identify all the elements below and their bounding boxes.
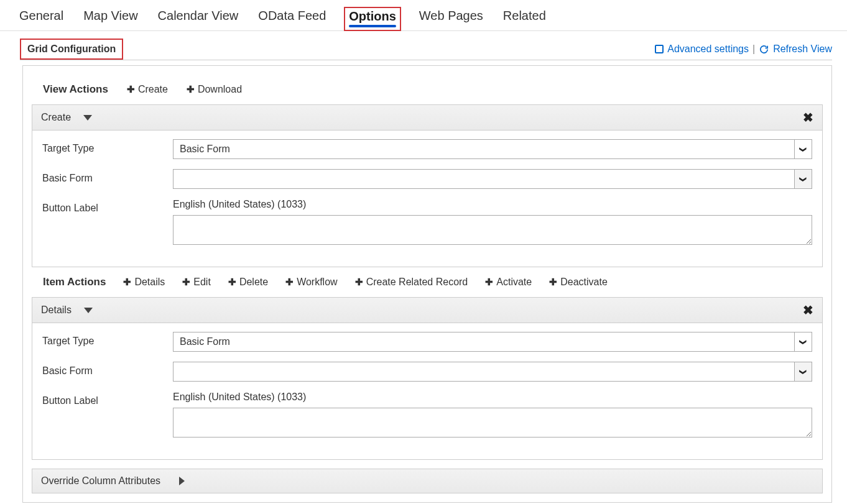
tab-general[interactable]: General bbox=[17, 6, 65, 30]
link-refresh-view-label: Refresh View bbox=[773, 44, 832, 55]
card-title: Create bbox=[41, 112, 71, 123]
item-action-add-deactivate[interactable]: ✚Deactivate bbox=[549, 277, 608, 288]
view-action-add-create[interactable]: ✚ Create bbox=[127, 84, 168, 95]
maximize-icon bbox=[655, 45, 664, 53]
lookup-input[interactable] bbox=[174, 170, 794, 188]
tab-options[interactable]: Options bbox=[344, 7, 401, 31]
plus-icon: ✚ bbox=[285, 277, 294, 288]
plus-icon: ✚ bbox=[187, 84, 195, 95]
label: Details bbox=[134, 277, 165, 288]
lookup-basic-form[interactable]: ❯ bbox=[173, 362, 812, 382]
label: Workflow bbox=[297, 277, 338, 288]
label: Override Column Attributes bbox=[41, 475, 160, 487]
chevron-down-icon: ❯ bbox=[799, 339, 807, 345]
label: Download bbox=[198, 84, 242, 95]
item-action-add-edit[interactable]: ✚Edit bbox=[182, 277, 211, 288]
link-advanced-settings[interactable]: Advanced settings bbox=[655, 44, 749, 55]
item-action-add-activate[interactable]: ✚Activate bbox=[485, 277, 532, 288]
select-target-type[interactable]: Basic Form ❯ bbox=[173, 139, 812, 159]
chevron-down-icon: ❯ bbox=[799, 176, 807, 182]
tab-related[interactable]: Related bbox=[501, 6, 548, 30]
dropdown-button[interactable]: ❯ bbox=[794, 140, 812, 158]
lookup-dropdown-button[interactable]: ❯ bbox=[794, 362, 812, 381]
label: Create Related Record bbox=[366, 277, 468, 288]
chevron-right-icon bbox=[179, 477, 185, 485]
select-target-type[interactable]: Basic Form ❯ bbox=[173, 332, 812, 352]
label-basic-form: Basic Form bbox=[42, 362, 173, 377]
lookup-dropdown-button[interactable]: ❯ bbox=[794, 170, 812, 188]
view-action-card-create: Create ✖ Target Type Basic Form ❯ B bbox=[32, 104, 823, 267]
section-header-row: Grid Configuration Advanced settings | R… bbox=[20, 39, 832, 60]
grid-config-panel: View Actions ✚ Create ✚ Download Create … bbox=[22, 65, 832, 503]
chevron-down-icon: ❯ bbox=[799, 147, 807, 152]
chevron-down-icon: ❯ bbox=[799, 369, 807, 375]
view-actions-header: View Actions ✚ Create ✚ Download bbox=[43, 83, 823, 96]
plus-icon: ✚ bbox=[485, 277, 493, 288]
locale-label: English (United States) (1033) bbox=[173, 392, 812, 403]
label: Delete bbox=[239, 277, 268, 288]
item-action-add-delete[interactable]: ✚Delete bbox=[228, 277, 268, 288]
tab-odata-feed[interactable]: OData Feed bbox=[256, 6, 328, 30]
plus-icon: ✚ bbox=[355, 277, 363, 288]
select-value: Basic Form bbox=[174, 140, 794, 158]
override-column-attributes-toggle[interactable]: Override Column Attributes bbox=[32, 469, 823, 493]
card-toggle[interactable]: Details bbox=[41, 305, 93, 316]
item-action-add-workflow[interactable]: ✚Workflow bbox=[285, 277, 338, 288]
tab-map-view[interactable]: Map View bbox=[81, 6, 139, 30]
item-action-add-create-related[interactable]: ✚Create Related Record bbox=[355, 277, 468, 288]
select-value: Basic Form bbox=[174, 332, 794, 351]
link-refresh-view[interactable]: Refresh View bbox=[759, 44, 832, 55]
card-header: Details ✖ bbox=[32, 298, 822, 323]
lookup-basic-form[interactable]: ❯ bbox=[173, 169, 812, 189]
separator: | bbox=[752, 44, 755, 55]
view-actions-title: View Actions bbox=[43, 83, 108, 96]
card-title: Details bbox=[41, 305, 72, 316]
card-toggle[interactable]: Create bbox=[41, 112, 92, 123]
label: Activate bbox=[496, 277, 532, 288]
section-title-grid-configuration: Grid Configuration bbox=[20, 39, 123, 60]
plus-icon: ✚ bbox=[182, 277, 190, 288]
chevron-down-icon bbox=[83, 115, 92, 121]
card-remove-button[interactable]: ✖ bbox=[803, 110, 813, 125]
section-right-links: Advanced settings | Refresh View bbox=[655, 44, 832, 55]
tab-bar: General Map View Calendar View OData Fee… bbox=[0, 0, 847, 31]
label-button-label: Button Label bbox=[42, 392, 173, 406]
plus-icon: ✚ bbox=[123, 277, 131, 288]
item-actions-header: Item Actions ✚Details ✚Edit ✚Delete ✚Wor… bbox=[43, 276, 823, 288]
item-action-add-details[interactable]: ✚Details bbox=[123, 277, 165, 288]
plus-icon: ✚ bbox=[127, 84, 135, 95]
dropdown-button[interactable]: ❯ bbox=[794, 332, 812, 351]
item-actions-title: Item Actions bbox=[43, 276, 106, 288]
card-remove-button[interactable]: ✖ bbox=[803, 303, 813, 318]
label: Edit bbox=[193, 277, 211, 288]
plus-icon: ✚ bbox=[549, 277, 557, 288]
chevron-down-icon bbox=[84, 308, 93, 313]
tab-calendar-view[interactable]: Calendar View bbox=[156, 6, 241, 30]
label: Deactivate bbox=[560, 277, 608, 288]
link-advanced-settings-label: Advanced settings bbox=[667, 44, 749, 55]
textarea-button-label[interactable] bbox=[173, 215, 812, 245]
view-action-add-download[interactable]: ✚ Download bbox=[187, 84, 242, 95]
refresh-icon bbox=[759, 44, 769, 55]
label-button-label: Button Label bbox=[42, 199, 173, 214]
item-action-card-details: Details ✖ Target Type Basic Form ❯ bbox=[32, 297, 823, 460]
plus-icon: ✚ bbox=[228, 277, 236, 288]
label: Create bbox=[138, 84, 168, 95]
card-header: Create ✖ bbox=[32, 105, 822, 131]
textarea-button-label[interactable] bbox=[173, 408, 812, 438]
label-target-type: Target Type bbox=[42, 139, 173, 154]
lookup-input[interactable] bbox=[174, 362, 794, 381]
locale-label: English (United States) (1033) bbox=[173, 199, 812, 210]
tab-web-pages[interactable]: Web Pages bbox=[417, 6, 485, 30]
label-target-type: Target Type bbox=[42, 332, 173, 347]
label-basic-form: Basic Form bbox=[42, 169, 173, 184]
